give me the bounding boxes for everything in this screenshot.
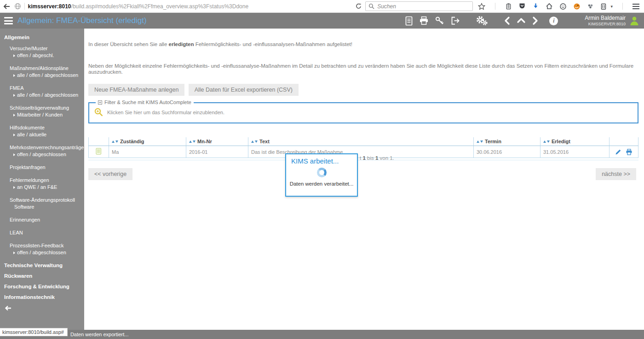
column-zustaendig[interactable]: Zuständig xyxy=(109,137,186,146)
url-bar[interactable]: kimsserver:8010/build.asp#modules%2Fkial… xyxy=(28,3,352,10)
export-csv-button[interactable]: Alle Daten für Excel exportieren (CSV) xyxy=(189,84,299,96)
sidebar-subitem-versuche-muster[interactable]: offen / abgeschl. xyxy=(0,53,84,58)
pagination: << vorherige nächste >> xyxy=(88,168,638,180)
divider xyxy=(495,3,495,10)
document-icon[interactable] xyxy=(405,16,413,26)
sidebar-item-mehrkosten[interactable]: Mehrkostenverrechnungsanträge xyxy=(0,145,84,151)
next-page-button[interactable]: nächste >> xyxy=(596,168,636,180)
sort-icons[interactable] xyxy=(543,140,550,143)
sidebar-subitem-fehlermeldungen[interactable]: an QWE / an F&E xyxy=(0,184,84,190)
sidebar-group-projektanfragen: Projektanfragen xyxy=(0,164,84,170)
sidebar-section-technische-verwaltung[interactable]: Technische Verwaltung xyxy=(0,263,84,268)
sidebar-item-erinnerungen[interactable]: Erinnerungen xyxy=(0,217,84,223)
back-button[interactable] xyxy=(2,1,12,12)
sort-icons[interactable] xyxy=(477,140,483,143)
site-identity-icon[interactable] xyxy=(14,3,21,10)
column-termin[interactable]: Termin xyxy=(474,137,540,146)
cell-zustaendig: Ma xyxy=(109,146,186,158)
edit-pencil-icon[interactable] xyxy=(615,149,621,155)
sort-icons[interactable] xyxy=(189,140,196,143)
sidebar-item-lean[interactable]: LEAN xyxy=(0,230,84,236)
pocket-icon[interactable] xyxy=(518,3,526,10)
dialog-message: Daten werden verarbeitet... xyxy=(286,181,357,187)
sidebar-item-schluesseltraeger[interactable]: Schlüsselträgerverwaltung xyxy=(0,105,84,111)
url-domain: kimsserver:8010 xyxy=(28,3,71,10)
sidebar-item-massnahmen[interactable]: Maßnahmen/Aktionspläne xyxy=(0,65,84,71)
collapse-sidebar-icon[interactable] xyxy=(0,305,84,313)
sidebar-subitem-software[interactable]: Software xyxy=(0,204,84,210)
browser-search[interactable] xyxy=(365,1,473,11)
reload-button[interactable] xyxy=(355,3,362,10)
user-server: KIMSSERVER:8010 xyxy=(585,22,626,26)
sidebar-group-massnahmen: Maßnahmen/Aktionspläne alle / offen / ab… xyxy=(0,65,84,78)
search-input[interactable] xyxy=(377,3,470,10)
open-search-form[interactable]: Klicken Sie hier um das Suchformular ein… xyxy=(89,103,638,117)
new-fmea-button[interactable]: Neue FMEA-Maßnahme anlegen xyxy=(88,84,184,96)
previous-page-button[interactable]: << vorherige xyxy=(88,168,132,180)
chevron-down-icon[interactable]: ▾ xyxy=(610,4,613,9)
app-header: Allgemein: FMEA-Übersicht (erledigt) xyxy=(0,13,644,29)
gray-extension-icon[interactable] xyxy=(587,3,594,10)
column-erledigt[interactable]: Erledigt xyxy=(540,137,610,146)
print-row-icon[interactable] xyxy=(626,149,632,155)
sidebar-item-fmea[interactable]: FMEA xyxy=(0,85,84,91)
user-name: Armin Baldemair xyxy=(585,15,626,22)
sidebar-item-prozesslisten[interactable]: Prozesslisten-Feedback xyxy=(0,243,84,249)
sort-icons[interactable] xyxy=(112,140,118,143)
settings-gears-icon[interactable] xyxy=(475,15,488,26)
header-actions: i xyxy=(399,15,558,26)
user-block: Armin Baldemair KIMSSERVER:8010 xyxy=(585,15,626,26)
user-avatar-icon[interactable] xyxy=(629,16,639,26)
sidebar-section-informationstechnik[interactable]: Informationstechnik xyxy=(0,294,84,300)
sidebar-subitem-fmea[interactable]: alle / offen / abgeschlossen xyxy=(0,92,84,98)
triangle-icon xyxy=(13,186,15,189)
library-icon[interactable] xyxy=(505,3,512,10)
key-icon[interactable] xyxy=(435,16,444,25)
container-icon[interactable] xyxy=(600,3,607,10)
cell-mn-nr: 2016-01 xyxy=(186,146,248,158)
home-icon[interactable] xyxy=(546,3,553,10)
divider xyxy=(622,3,623,10)
bookmark-star-icon[interactable] xyxy=(478,3,485,10)
status-message: Daten werden exportiert... xyxy=(70,332,129,337)
sidebar-section-forschung-entwicklung[interactable]: Forschung & Entwicklung xyxy=(0,284,84,289)
page-title: Allgemein: FMEA-Übersicht (erledigt) xyxy=(17,16,399,25)
sidebar-subitem-massnahmen[interactable]: alle / offen / abgeschlossen xyxy=(0,72,84,78)
url-path: /build.asp#modules%2Fkiall%2Ffmea_overvi… xyxy=(71,3,249,10)
zoom-search-icon xyxy=(94,108,103,117)
sidebar-group-schluesseltraeger: Schlüsselträgerverwaltung Mitarbeiter / … xyxy=(0,105,84,118)
column-mn-nr[interactable]: Mn-Nr xyxy=(186,137,248,146)
browser-menu-icon[interactable] xyxy=(632,4,639,9)
sidebar-group-fehlermeldungen: Fehlermeldungen an QWE / an F&E xyxy=(0,177,84,190)
sidebar-subitem-mehrkosten[interactable]: offen / abgeschlossen xyxy=(0,152,84,158)
main-content: In dieser Übersicht sehen Sie alle erled… xyxy=(84,29,644,330)
divider xyxy=(24,3,25,10)
print-icon[interactable] xyxy=(419,16,429,25)
column-text[interactable]: Text xyxy=(248,137,474,146)
sidebar-subitem-schluesseltraeger[interactable]: Mitarbeiter / Kunden xyxy=(0,112,84,118)
sidebar-item-projektanfragen[interactable]: Projektanfragen xyxy=(0,164,84,170)
document-row-icon[interactable] xyxy=(96,148,102,155)
orange-extension-icon[interactable] xyxy=(573,3,581,10)
messenger-extension-icon[interactable] xyxy=(559,3,567,10)
sidebar-item-hilfsdokumente[interactable]: Hilfsdokumente xyxy=(0,125,84,131)
menu-icon[interactable] xyxy=(4,17,13,24)
downloads-icon[interactable] xyxy=(532,3,539,10)
chevron-right-icon[interactable] xyxy=(532,16,539,25)
chevron-left-icon[interactable] xyxy=(503,16,511,25)
sidebar-section-rueckwaren[interactable]: Rückwaren xyxy=(0,273,84,279)
sidebar-subitem-prozesslisten[interactable]: offen / abgeschlossen xyxy=(0,250,84,256)
info-icon[interactable]: i xyxy=(549,17,558,25)
status-bar: kimsserver:8010/build.asp# Daten werden … xyxy=(0,330,644,339)
logout-icon[interactable] xyxy=(450,16,460,25)
browser-toolbar: kimsserver:8010/build.asp#modules%2Fkial… xyxy=(0,0,644,13)
expand-icon[interactable] xyxy=(98,100,102,105)
chevron-up-icon[interactable] xyxy=(517,16,526,25)
sidebar-item-versuche-muster[interactable]: Versuche/Muster xyxy=(0,46,84,52)
sidebar-subitem-hilfsdokumente[interactable]: alle / aktuelle xyxy=(0,132,84,138)
triangle-icon xyxy=(13,114,15,117)
sidebar-section-allgemein[interactable]: Allgemein xyxy=(0,35,84,40)
sort-icons[interactable] xyxy=(251,140,258,143)
sidebar-item-fehlermeldungen[interactable]: Fehlermeldungen xyxy=(0,177,84,183)
sidebar-item-software-protokoll[interactable]: Software-Änderungsprotokoll xyxy=(0,197,84,203)
